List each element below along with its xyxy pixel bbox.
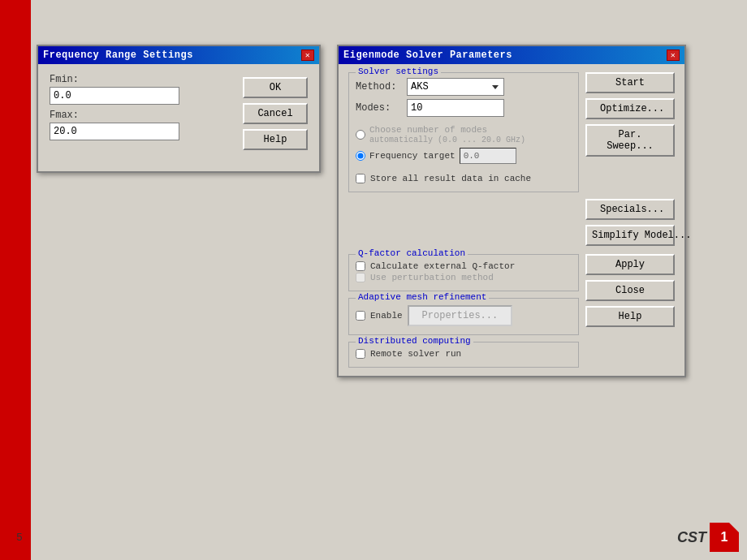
eigen-right-panel: Start Optimize... Par. Sweep... Specials… <box>585 72 675 246</box>
fmin-label: Fmin: <box>50 74 236 85</box>
solver-settings-group: Solver settings Method: AKS Modes: Choos… <box>348 72 579 192</box>
distributed-label: Distributed computing <box>356 336 473 346</box>
start-button[interactable]: Start <box>585 72 675 93</box>
specials-button[interactable]: Specials... <box>585 199 675 220</box>
freq-dialog-close-button[interactable]: ✕ <box>301 50 314 61</box>
freq-dialog-titlebar: Frequency Range Settings ✕ <box>38 46 319 64</box>
par-sweep-button[interactable]: Par. Sweep... <box>585 124 675 157</box>
eigen-dialog-title: Eigenmode Solver Parameters <box>343 50 512 61</box>
remote-solver-label: Remote solver run <box>370 349 461 359</box>
eigen-dialog-titlebar: Eigenmode Solver Parameters ✕ <box>339 46 684 64</box>
qfactor-label: Q-factor calculation <box>356 248 468 258</box>
modes-label: Modes: <box>356 102 400 114</box>
freq-range-dialog: Frequency Range Settings ✕ Fmin: Fmax: O… <box>37 45 321 173</box>
store-cache-label: Store all result data in cache <box>370 174 531 183</box>
distributed-group: Distributed computing Remote solver run <box>348 342 579 368</box>
eigen-solver-dialog: Eigenmode Solver Parameters ✕ Solver set… <box>337 45 686 377</box>
store-cache-checkbox[interactable] <box>356 174 365 183</box>
fmax-label: Fmax: <box>50 110 236 121</box>
freq-cancel-button[interactable]: Cancel <box>243 103 308 124</box>
fmin-input[interactable] <box>50 87 179 105</box>
eigen-bottom-right: Apply Close Help <box>585 254 675 368</box>
fmax-input[interactable] <box>50 123 179 140</box>
eigen-left-panel: Solver settings Method: AKS Modes: Choos… <box>348 72 579 246</box>
calc-external-qfactor-checkbox[interactable] <box>356 261 365 271</box>
freq-target-radio[interactable] <box>356 151 365 161</box>
enable-checkbox[interactable] <box>356 311 365 321</box>
auto-modes-radio[interactable] <box>356 130 365 140</box>
cst-logo: CST 1 <box>677 523 739 552</box>
properties-button[interactable]: Properties... <box>408 305 513 326</box>
qfactor-group: Q-factor calculation Calculate external … <box>348 254 579 291</box>
use-perturbation-checkbox[interactable] <box>356 273 365 282</box>
freq-buttons: OK Cancel Help <box>243 74 308 150</box>
use-perturbation-label: Use perturbation method <box>370 273 494 282</box>
optimize-button[interactable]: Optimize... <box>585 98 675 119</box>
modes-input[interactable] <box>407 99 504 117</box>
page-number: 5 <box>16 532 23 544</box>
adaptive-group: Adaptive mesh refinement Enable Properti… <box>348 298 579 335</box>
eigen-bottom-left: Q-factor calculation Calculate external … <box>348 254 579 368</box>
left-bar <box>0 0 31 560</box>
eigen-dialog-close-button[interactable]: ✕ <box>667 50 680 61</box>
enable-label: Enable <box>370 311 403 321</box>
cst-icon: 1 <box>710 523 739 552</box>
simplify-model-button[interactable]: Simplify Model... <box>585 225 675 246</box>
freq-ok-button[interactable]: OK <box>243 77 308 98</box>
adaptive-label: Adaptive mesh refinement <box>356 292 489 302</box>
solver-settings-label: Solver settings <box>356 67 441 76</box>
auto-modes-label: Choose number of modes automatically (0.… <box>369 125 525 144</box>
calc-external-label: Calculate external Q-factor <box>370 261 515 271</box>
help-button[interactable]: Help <box>585 306 675 327</box>
cst-text: CST <box>677 529 706 546</box>
remote-solver-checkbox[interactable] <box>356 349 365 359</box>
apply-button[interactable]: Apply <box>585 254 675 275</box>
method-select[interactable]: AKS <box>407 78 504 96</box>
freq-target-label: Frequency target <box>369 151 456 161</box>
freq-fields: Fmin: Fmax: <box>50 74 236 140</box>
freq-dialog-title: Frequency Range Settings <box>43 50 193 61</box>
close-button[interactable]: Close <box>585 280 675 301</box>
method-label: Method: <box>356 81 400 93</box>
freq-help-button[interactable]: Help <box>243 129 308 150</box>
freq-target-input[interactable] <box>460 148 516 164</box>
